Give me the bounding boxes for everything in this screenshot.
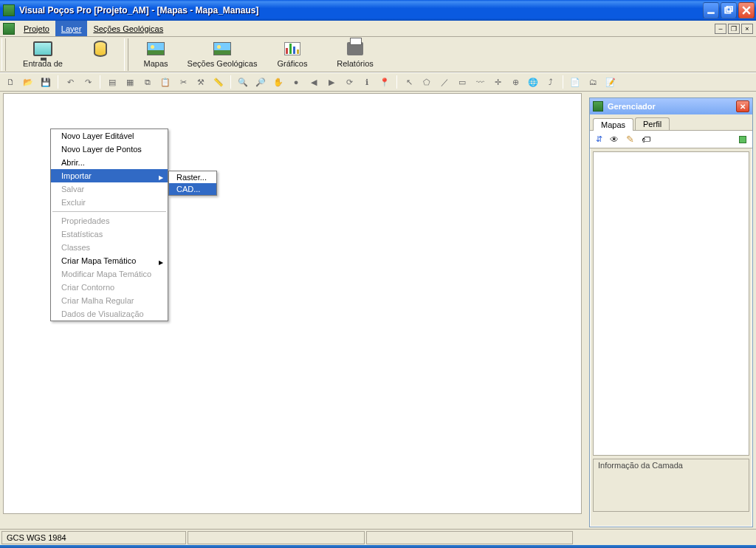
polygon-icon[interactable]: ⬠	[419, 75, 434, 89]
layer-list[interactable]	[593, 151, 749, 456]
globe-icon[interactable]: 🌐	[526, 75, 540, 89]
window-titlebar: Visual Poços Pro [Projeto_AM] - [Mapas -…	[0, 0, 756, 21]
full-extent-icon[interactable]: ●	[289, 75, 303, 89]
new-file-icon[interactable]: 🗋	[3, 75, 18, 89]
prev-view-icon[interactable]: ◀	[306, 75, 321, 89]
tb-relatorios[interactable]: Relatórios	[322, 38, 388, 68]
svg-rect-1	[725, 7, 730, 13]
zoom-out-icon[interactable]: 🔎	[253, 75, 268, 89]
menu-projeto[interactable]: Projeto	[18, 21, 55, 36]
client-area: Novo Layer Editável Novo Layer de Pontos…	[0, 92, 756, 529]
paste-icon[interactable]: 📋	[158, 75, 173, 89]
select-arrow-icon[interactable]: ↖	[402, 75, 416, 89]
mi-excluir: Excluir	[51, 196, 168, 209]
visibility-icon[interactable]	[610, 134, 619, 145]
toolbar-separator	[100, 75, 100, 89]
minimize-button[interactable]	[703, 2, 719, 18]
restore-button[interactable]	[721, 2, 737, 18]
importar-submenu: Raster... CAD...	[168, 171, 217, 196]
pan-icon[interactable]: ✋	[271, 75, 286, 89]
table-icon[interactable]: ▦	[123, 75, 137, 89]
open-folder-icon[interactable]: 📂	[21, 75, 35, 89]
undo-icon[interactable]: ↶	[63, 75, 78, 89]
tb-graficos[interactable]: Gráficos	[263, 38, 322, 68]
edit-toolbar: 🗋 📂 💾 ↶ ↷ ▤ ▦ ⧉ 📋 ✂ ⚒ 📏 🔍 🔎 ✋ ● ◀ ▶ ⟳ ℹ …	[0, 72, 756, 92]
layer-info-label: Informação da Camada	[598, 461, 744, 470]
taskbar-strip	[0, 545, 756, 548]
window-title: Visual Poços Pro [Projeto_AM] - [Mapas -…	[19, 5, 701, 16]
legend-icon[interactable]: 🗂	[585, 75, 600, 89]
reorder-icon[interactable]: ⇵	[596, 134, 602, 144]
mdi-window-controls: – ❐ ×	[715, 21, 756, 36]
mi-abrir[interactable]: Abrir...	[51, 156, 168, 169]
mi-criar-mapa-tematico[interactable]: Criar Mapa Temático	[51, 254, 168, 267]
tb-mapas-label: Mapas	[130, 59, 182, 68]
identify-icon[interactable]: ℹ	[360, 75, 374, 89]
copy-icon[interactable]: ⧉	[140, 75, 155, 89]
rect-icon[interactable]: ▭	[455, 75, 470, 89]
note-icon[interactable]: 📝	[603, 75, 618, 89]
layers-icon[interactable]: ▤	[105, 75, 120, 89]
report-icon[interactable]: 📄	[568, 75, 583, 89]
tb-secoes[interactable]: Seções Geológicas	[182, 38, 263, 68]
smi-raster[interactable]: Raster...	[169, 171, 216, 183]
panel-toolbar: ⇵	[590, 131, 752, 148]
line-icon[interactable]: ／	[437, 75, 452, 89]
tool-icon[interactable]: ⚒	[193, 75, 208, 89]
status-cell-2	[188, 531, 365, 544]
smi-cad[interactable]: CAD...	[169, 183, 216, 195]
menu-layer[interactable]: Layer	[55, 21, 88, 36]
tab-mapas[interactable]: Mapas	[593, 118, 633, 131]
cut-icon[interactable]: ✂	[176, 75, 190, 89]
mdi-minimize-button[interactable]: –	[715, 24, 726, 34]
statusbar: GCS WGS 1984	[0, 529, 756, 545]
panel-close-button[interactable]: ✕	[736, 100, 749, 112]
mi-novo-layer-pontos[interactable]: Novo Layer de Pontos	[51, 143, 168, 156]
measure-icon[interactable]: 📏	[211, 75, 226, 89]
zoom-in-icon[interactable]: 🔍	[236, 75, 250, 89]
mi-novo-layer-editavel[interactable]: Novo Layer Editável	[51, 129, 168, 143]
panel-titlebar[interactable]: Gerenciador ✕	[590, 98, 752, 114]
svg-rect-0	[707, 12, 715, 13]
mi-importar[interactable]: Importar	[51, 169, 168, 182]
toolbar-handle[interactable]	[1, 38, 6, 71]
close-button[interactable]	[738, 2, 755, 18]
menubar: Projeto Layer Seções Geológicas – ❐ ×	[0, 21, 756, 37]
pin-icon[interactable]: 📍	[377, 75, 392, 89]
gerenciador-panel: Gerenciador ✕ Mapas Perfil ⇵ Informação …	[589, 97, 753, 527]
printer-icon	[344, 40, 366, 58]
toolbar-handle-2[interactable]	[124, 38, 128, 71]
mi-criar-contorno: Criar Contorno	[51, 281, 168, 294]
database-icon	[89, 40, 111, 58]
label-icon[interactable]	[642, 134, 650, 145]
tb-entrada-de-dados[interactable]: Entrada de	[7, 38, 78, 68]
toolbar-separator	[563, 75, 563, 89]
tb-mapas[interactable]: Mapas	[130, 38, 182, 68]
snap-icon[interactable]: ✛	[490, 75, 505, 89]
mi-modificar-tematico: Modificar Mapa Temático	[51, 267, 168, 281]
chevron-right-icon	[159, 257, 163, 266]
redo-icon[interactable]: ↷	[80, 75, 95, 89]
symbol-icon[interactable]	[739, 136, 746, 143]
mdi-close-button[interactable]: ×	[741, 24, 753, 34]
target-icon[interactable]: ⊕	[508, 75, 523, 89]
tb-banco-dados[interactable]	[78, 38, 123, 59]
mi-estatisticas: Estatísticas	[51, 227, 168, 241]
toolbar-separator	[58, 75, 58, 89]
next-view-icon[interactable]: ▶	[324, 75, 339, 89]
save-icon[interactable]: 💾	[38, 75, 53, 89]
mi-propriedades: Propriedades	[51, 214, 168, 227]
mi-classes: Classes	[51, 241, 168, 254]
tab-perfil[interactable]: Perfil	[635, 117, 670, 130]
refresh-icon[interactable]: ⟳	[342, 75, 357, 89]
layer-menu: Novo Layer Editável Novo Layer de Pontos…	[50, 129, 168, 321]
tb-graficos-label: Gráficos	[263, 59, 322, 68]
app-icon	[3, 4, 15, 16]
polyline-icon[interactable]: 〰	[472, 75, 487, 89]
mi-salvar: Salvar	[51, 182, 168, 196]
mi-criar-tematico-label: Criar Mapa Temático	[61, 256, 136, 265]
edit-icon[interactable]	[626, 134, 634, 145]
export-icon[interactable]: ⤴	[543, 75, 558, 89]
mdi-restore-button[interactable]: ❐	[728, 24, 740, 34]
menu-secoes[interactable]: Seções Geológicas	[87, 21, 169, 36]
